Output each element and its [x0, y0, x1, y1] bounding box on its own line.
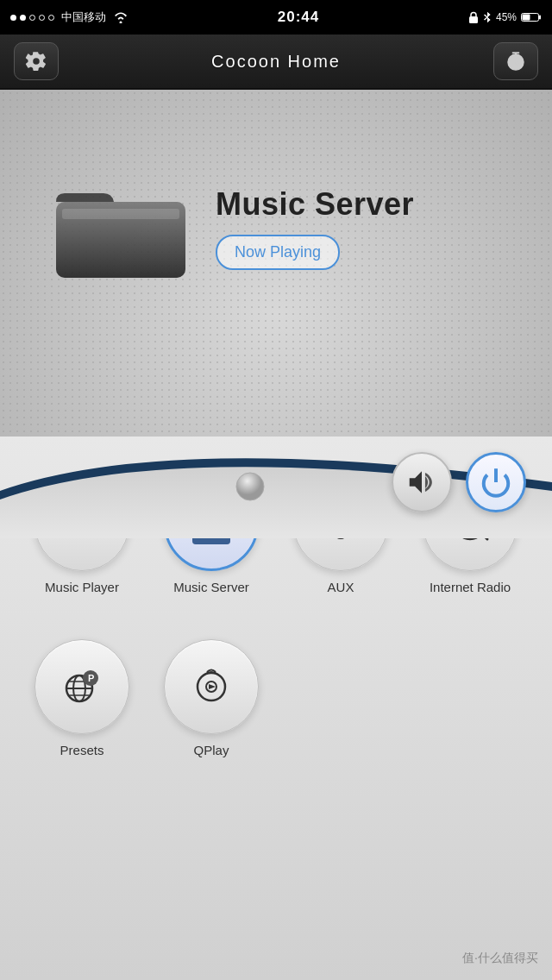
icon-grid-row2: P Presets — [0, 625, 552, 771]
qplay-label: QPlay — [194, 743, 229, 757]
status-time: 20:44 — [278, 9, 319, 26]
status-bar: 中国移动 20:44 45% — [0, 0, 552, 35]
signal-dot-1 — [10, 15, 16, 21]
server-title: Music Server — [216, 186, 414, 223]
battery-level: 45% — [496, 11, 517, 23]
presets-circle: P — [34, 639, 129, 734]
qplay-icon — [187, 663, 235, 711]
bluetooth-icon — [483, 11, 492, 23]
internet-radio-label: Internet Radio — [430, 580, 511, 594]
top-section: Music Server Now Playing — [0, 90, 552, 538]
signal-dot-3 — [29, 15, 35, 21]
power-button[interactable] — [466, 452, 526, 512]
presets-label: Presets — [60, 743, 104, 757]
svg-rect-5 — [522, 15, 530, 21]
watermark: 值·什么值得买 — [462, 951, 538, 966]
settings-button[interactable] — [14, 42, 59, 80]
presets-item[interactable]: P Presets — [17, 625, 147, 771]
status-right: 45% — [468, 11, 542, 23]
gear-icon — [25, 50, 47, 72]
svg-rect-9 — [62, 209, 179, 219]
svg-point-10 — [236, 473, 264, 500]
status-left: 中国移动 — [10, 9, 129, 25]
timer-icon — [505, 50, 527, 72]
presets-icon: P — [58, 663, 106, 711]
qplay-circle — [164, 639, 259, 734]
signal-dot-2 — [20, 15, 26, 21]
toolbar: Cocoon Home — [0, 35, 552, 90]
qplay-item[interactable]: QPlay — [147, 625, 276, 771]
music-server-label: Music Server — [173, 580, 249, 594]
timer-button[interactable] — [493, 42, 538, 80]
folder-icon-large — [52, 176, 190, 280]
power-icon — [480, 466, 512, 499]
aux-label: AUX — [328, 580, 354, 594]
lock-icon — [468, 11, 479, 23]
controls-area — [392, 452, 526, 512]
wifi-icon — [113, 11, 129, 23]
main-content: Music Server Now Playing — [0, 90, 552, 980]
battery-icon — [521, 12, 542, 22]
svg-line-2 — [484, 17, 487, 20]
svg-rect-4 — [539, 16, 541, 20]
app-title: Cocoon Home — [211, 52, 341, 72]
svg-rect-0 — [469, 16, 478, 23]
svg-text:P: P — [88, 673, 94, 683]
signal-dot-4 — [39, 15, 45, 21]
server-text: Music Server Now Playing — [216, 186, 414, 270]
speaker-icon — [405, 466, 438, 499]
volume-button[interactable] — [392, 452, 452, 512]
signal-dot-5 — [48, 15, 54, 21]
music-server-info: Music Server Now Playing — [52, 176, 518, 280]
now-playing-button[interactable]: Now Playing — [216, 235, 340, 270]
music-player-label: Music Player — [45, 580, 119, 594]
carrier-label: 中国移动 — [61, 9, 106, 25]
